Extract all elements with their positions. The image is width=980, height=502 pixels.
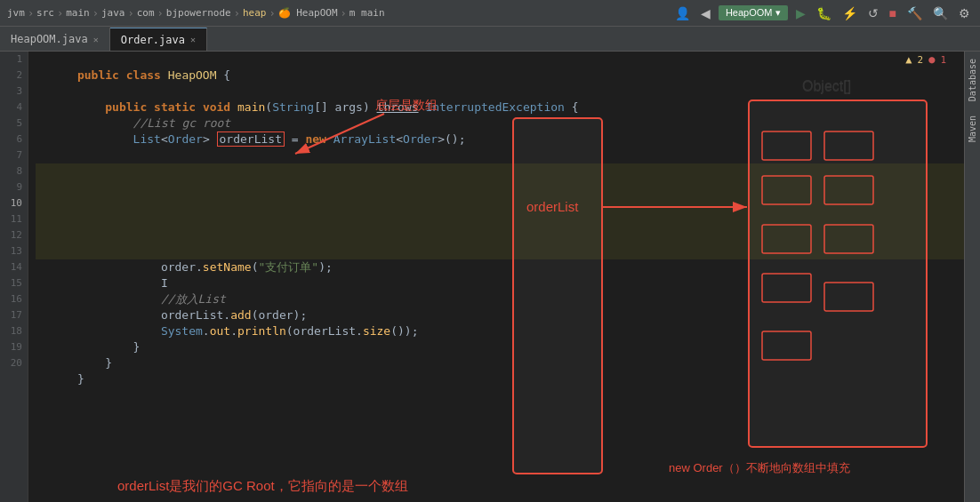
tab-bar: HeapOOM.java ✕ Order.java ✕ bbox=[0, 27, 980, 52]
breadcrumb-main-method: m main bbox=[349, 7, 385, 19]
line-12: 12 bbox=[0, 227, 28, 243]
line-6: 6 bbox=[0, 131, 28, 147]
line-2: 2 bbox=[0, 68, 28, 84]
tab-order[interactable]: Order.java ✕ bbox=[110, 28, 207, 51]
tab-heapoom-close[interactable]: ✕ bbox=[93, 35, 99, 44]
line-number-gutter: 1 2 3 4 5 6 7 8 9 10 11 12 13 14 15 16 1… bbox=[0, 52, 28, 502]
line-20: 20 bbox=[0, 355, 28, 371]
line-18: 18 bbox=[0, 323, 28, 339]
bottom-annotation: orderList是我们的GC Root，它指向的是一个数组 bbox=[117, 478, 408, 495]
debug-button[interactable]: 🐛 bbox=[814, 6, 834, 20]
code-line-14: I bbox=[36, 259, 964, 275]
sidebar-tab-database[interactable]: Database bbox=[966, 52, 979, 108]
top-bar: jvm › src › main › java › com › bjpowern… bbox=[0, 0, 980, 27]
code-line-5: List<Order> orderList = new ArrayList<Or… bbox=[36, 116, 964, 131]
code-line-1: public class HeapOOM { bbox=[36, 52, 964, 68]
object-array-text: Object[] bbox=[802, 78, 851, 94]
sidebar-tab-maven[interactable]: Maven bbox=[966, 108, 979, 149]
breadcrumb-bjpowernode: bjpowernode bbox=[166, 7, 231, 19]
settings-button[interactable]: ⚙ bbox=[956, 6, 973, 20]
line-9: 9 bbox=[0, 179, 28, 195]
line-19: 19 bbox=[0, 339, 28, 355]
line-11: 11 bbox=[0, 211, 28, 227]
line-17: 17 bbox=[0, 307, 28, 323]
run-button[interactable]: ▶ bbox=[793, 6, 808, 20]
line-3: 3 bbox=[0, 84, 28, 100]
code-line-8: for (;;) { bbox=[36, 163, 964, 179]
breadcrumb-heapoom: 🍊 HeapOOM bbox=[278, 7, 338, 19]
line-1: 1 bbox=[0, 52, 28, 68]
breadcrumb-src: src bbox=[36, 7, 54, 19]
breadcrumb-heap: heap bbox=[243, 7, 267, 19]
toolbar-right: 👤 ◀ HeapOOM ▾ ▶ 🐛 ⚡ ↺ ■ 🔨 🔍 ⚙ bbox=[672, 5, 973, 20]
tab-heapoom-label: HeapOOM.java bbox=[11, 33, 88, 45]
line-7: 7 bbox=[0, 147, 28, 163]
code-line-11: order.setId(1); bbox=[36, 211, 964, 227]
code-line-13: order.setName("支付订单"); bbox=[36, 243, 964, 259]
code-line-18: } bbox=[36, 323, 964, 339]
code-line-12: order.setMoney(new BigDecimal( val: 990)… bbox=[36, 227, 964, 243]
line-16: 16 bbox=[0, 291, 28, 307]
breadcrumb-main: main bbox=[66, 7, 90, 19]
code-line-7: //死循环 bbox=[36, 147, 964, 163]
code-line-9: //Order bbox=[36, 179, 964, 195]
main-area: 1 2 3 4 5 6 7 8 9 10 11 12 13 14 15 16 1… bbox=[0, 52, 980, 502]
tab-order-close[interactable]: ✕ bbox=[190, 35, 196, 44]
line-8: 8 bbox=[0, 163, 28, 179]
code-line-17: System.out.println(orderList.size()); bbox=[36, 307, 964, 323]
top-annotation: 底层是数组 bbox=[375, 98, 438, 114]
line-10: 10 bbox=[0, 195, 28, 211]
run-config-dropdown[interactable]: HeapOOM ▾ bbox=[719, 5, 788, 20]
breadcrumb-jvm: jvm bbox=[7, 7, 25, 19]
breadcrumb-com: com bbox=[137, 7, 155, 19]
line-14: 14 bbox=[0, 259, 28, 275]
profile-button[interactable]: ⚡ bbox=[839, 6, 860, 20]
code-line-6 bbox=[36, 131, 964, 147]
code-line-20: } bbox=[36, 355, 964, 371]
line-4: 4 bbox=[0, 100, 28, 116]
vcs-button[interactable]: 👤 bbox=[672, 6, 693, 20]
breadcrumb-java: java bbox=[101, 7, 125, 19]
code-line-4: //List gc root bbox=[36, 100, 964, 116]
back-button[interactable]: ◀ bbox=[698, 6, 713, 20]
code-line-19: } bbox=[36, 339, 964, 355]
rerun-button[interactable]: ↺ bbox=[865, 6, 881, 20]
line-13: 13 bbox=[0, 243, 28, 259]
search-button[interactable]: 🔍 bbox=[930, 6, 951, 20]
code-line-10: ▶ Order order = new Order(); bbox=[36, 195, 964, 211]
right-sidebar: Database Maven bbox=[964, 52, 980, 502]
tab-heapoom[interactable]: HeapOOM.java ✕ bbox=[0, 28, 110, 51]
tab-order-label: Order.java bbox=[121, 34, 185, 46]
line-5: 5 bbox=[0, 116, 28, 131]
code-line-16: orderList.add(order); bbox=[36, 291, 964, 307]
line-15: 15 bbox=[0, 275, 28, 291]
stop-button[interactable]: ■ bbox=[887, 6, 899, 20]
code-line-15: //放入List bbox=[36, 275, 964, 291]
new-order-annotation: new Order（）不断地向数组中填充 bbox=[669, 460, 850, 476]
code-editor[interactable]: ▲ 2 ● 1 public class HeapOOM { public st… bbox=[28, 52, 964, 502]
build-button[interactable]: 🔨 bbox=[904, 6, 925, 20]
